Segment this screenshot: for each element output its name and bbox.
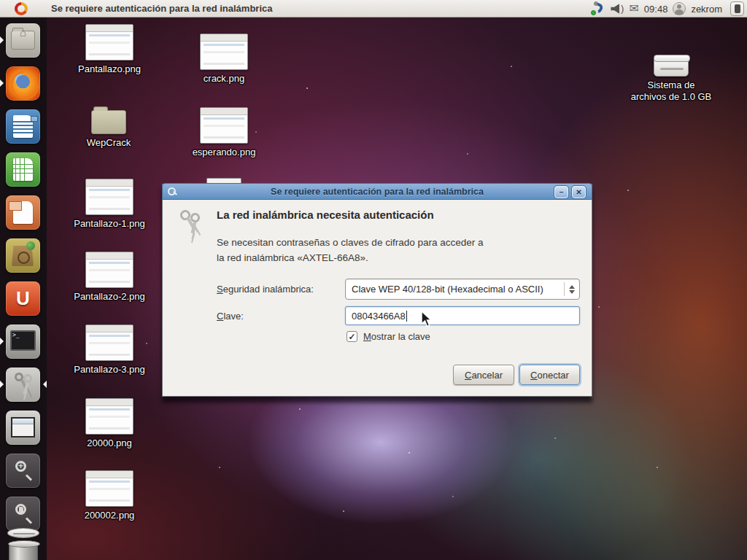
desktop-icon-pantallazo-2[interactable]: Pantallazo-2.png <box>85 252 133 303</box>
passwords-keys-launcher[interactable] <box>6 368 40 402</box>
folder-icon <box>91 110 126 134</box>
active-window-title: Se requiere autenticación para la red in… <box>51 3 272 14</box>
dialog-heading: La red inalámbrica necesita autenticació… <box>217 209 434 221</box>
desktop-icon-esperando[interactable]: esperando.png <box>200 107 248 158</box>
globe-icon <box>26 241 35 250</box>
dialog-title: Se requiere autenticación para la red in… <box>271 187 484 197</box>
text-caret <box>406 311 407 322</box>
mnemonic: M <box>363 331 371 342</box>
chevron-up-icon <box>569 285 575 289</box>
running-arrow <box>0 338 4 345</box>
cancel-button[interactable]: Cancelar <box>453 365 514 385</box>
dialog-titlebar[interactable]: Se requiere autenticación para la red in… <box>162 183 592 200</box>
mnemonic: S <box>217 284 223 295</box>
software-center-launcher[interactable] <box>6 238 40 273</box>
key-input[interactable]: 08043466A8 <box>345 306 580 325</box>
libreoffice-writer-launcher[interactable] <box>6 109 40 144</box>
power-icon[interactable] <box>730 1 744 16</box>
plus-icon: + <box>18 461 23 471</box>
drive-icon <box>654 57 689 77</box>
running-arrow <box>0 381 4 388</box>
running-arrow <box>0 79 4 87</box>
body-line-1: Se necesitan contraseñas o claves de cif… <box>217 237 483 248</box>
key-label: Clave: <box>217 311 244 322</box>
desktop-icon-pantallazo[interactable]: Pantallazo.png <box>85 24 133 75</box>
focused-arrow <box>43 381 47 388</box>
indicator-tray: ) ✉ 09:48 zekrom <box>591 0 744 18</box>
top-panel: Se requiere autenticación para la red in… <box>0 0 747 18</box>
trash-icon[interactable] <box>9 542 38 560</box>
screenshot-thumbnail <box>85 398 133 435</box>
firefox-launcher[interactable] <box>6 66 40 101</box>
volume-icon[interactable]: ) <box>611 3 624 15</box>
ubuntu-one-launcher[interactable]: U <box>6 281 40 316</box>
search-files-launcher[interactable] <box>6 497 40 531</box>
key-icon <box>167 187 177 197</box>
combo-arrows-icon <box>565 285 579 294</box>
icon-label: Pantallazo-2.png <box>74 291 145 303</box>
home-icon: ⌂ <box>6 26 40 39</box>
security-label: Seguridad inalámbrica: <box>217 284 314 295</box>
screenshot-thumbnail <box>85 324 133 361</box>
desktop-icon-filesystem[interactable]: Sistema de archivos de 1.0 GB <box>636 52 706 104</box>
wifi-auth-dialog: Se requiere autenticación para la red in… <box>162 184 592 397</box>
mnemonic: C <box>530 370 537 381</box>
mail-icon[interactable]: ✉ <box>629 3 638 15</box>
desktop-root: Se requiere autenticación para la red in… <box>0 0 747 560</box>
close-button[interactable]: ✕ <box>572 186 586 198</box>
libreoffice-calc-launcher[interactable] <box>6 152 40 187</box>
screenshot-thumbnail <box>200 34 248 70</box>
network-online-dot <box>591 10 596 15</box>
dialog-body-text: Se necesitan contraseñas o claves de cif… <box>217 235 483 265</box>
ubuntu-logo-icon[interactable] <box>15 2 28 15</box>
icon-label: Pantallazo-1.png <box>74 218 145 230</box>
filesystem-label-line2: archivos de 1.0 GB <box>631 91 712 102</box>
key-input-value: 08043466A8 <box>352 311 406 322</box>
screenshot-thumbnail <box>85 252 133 288</box>
chevron-down-icon <box>569 290 575 294</box>
home-folder-launcher[interactable]: ⌂ <box>6 23 40 58</box>
user-avatar-icon[interactable] <box>673 2 686 15</box>
desktop-icon-pantallazo-3[interactable]: Pantallazo-3.png <box>85 324 133 376</box>
show-key-row[interactable]: ✓ Mostrar la clave <box>347 331 430 342</box>
screenshot-window-launcher[interactable] <box>6 411 40 445</box>
desktop-icon-20000[interactable]: 20000.png <box>85 398 133 449</box>
screenshot-thumbnail <box>85 179 133 215</box>
label-rest: ancelar <box>471 370 503 381</box>
connect-button[interactable]: Conectar <box>519 365 580 385</box>
screenshot-thumbnail <box>85 470 133 507</box>
minimize-button[interactable]: – <box>554 186 568 198</box>
filesystem-label-line1: Sistema de <box>647 79 694 90</box>
terminal-prompt-icon: >_ <box>12 332 20 338</box>
label-rest: onectar <box>538 370 569 381</box>
network-status-icon[interactable] <box>591 1 605 16</box>
icon-label: 200002.png <box>85 510 135 521</box>
icon-label: crack.png <box>204 73 244 85</box>
label-rest: lave: <box>223 311 243 322</box>
security-selected-value: Clave WEP 40/128-bit (Hexadecimal o ASCI… <box>346 284 564 295</box>
label-rest: ostrar la clave <box>371 331 430 342</box>
mnemonic: C <box>217 311 223 322</box>
ubuntu-one-u-icon: U <box>16 287 30 310</box>
username[interactable]: zekrom <box>691 4 722 15</box>
keys-dialog-icon <box>174 207 209 248</box>
desktop-icon-pantallazo-1[interactable]: Pantallazo-1.png <box>85 179 133 230</box>
libreoffice-impress-launcher[interactable] <box>6 195 40 230</box>
desktop-icon-200002[interactable]: 200002.png <box>85 470 133 521</box>
spreadsheet-icon <box>13 158 33 181</box>
body-line-2: la red inalámbrica «AXTEL-66A8». <box>217 252 368 263</box>
disc-icon[interactable] <box>7 528 39 538</box>
launcher-dock: ⌂ U >_ <box>0 18 47 560</box>
show-key-checkbox[interactable]: ✓ <box>347 331 357 342</box>
desktop-icon-wepcrack[interactable]: WepCrack <box>85 104 133 149</box>
security-combobox[interactable]: Clave WEP 40/128-bit (Hexadecimal o ASCI… <box>345 279 580 300</box>
zoom-in-launcher[interactable]: + <box>6 454 40 488</box>
document-icon <box>13 115 33 138</box>
desktop-icon-crack[interactable]: crack.png <box>200 34 248 85</box>
icon-label: Sistema de archivos de 1.0 GB <box>631 79 712 104</box>
terminal-launcher[interactable]: >_ <box>6 324 40 359</box>
icon-label: 20000.png <box>87 438 131 449</box>
clock[interactable]: 09:48 <box>644 4 668 15</box>
screenshot-thumbnail <box>85 24 133 61</box>
mouse-cursor <box>420 311 433 331</box>
